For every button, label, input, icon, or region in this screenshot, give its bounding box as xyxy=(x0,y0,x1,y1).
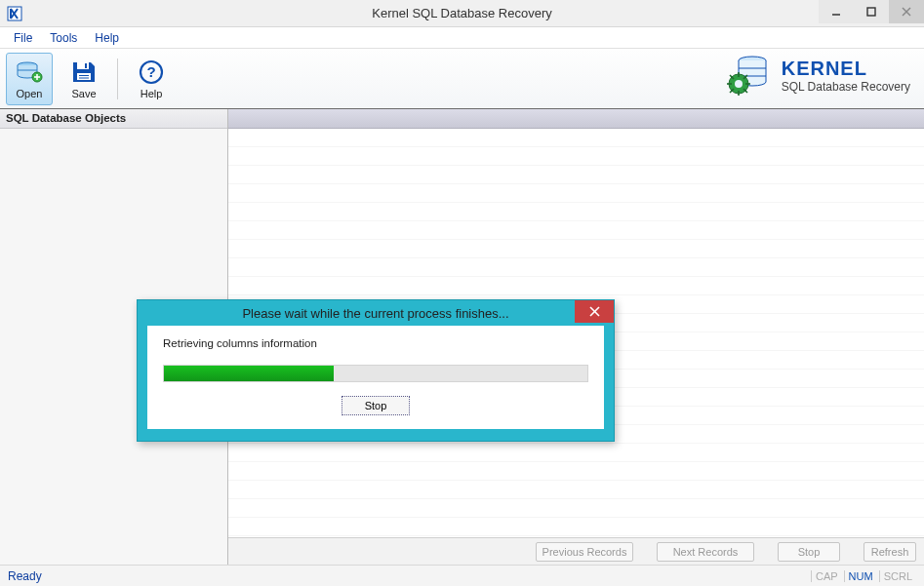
brand-icon xyxy=(725,53,772,98)
svg-rect-12 xyxy=(77,73,91,80)
window-titlebar: Kernel SQL Database Recovery xyxy=(0,0,924,27)
menu-file[interactable]: File xyxy=(8,29,38,47)
status-num: NUM xyxy=(844,570,877,582)
dialog-body: Retrieving columns information Stop xyxy=(147,326,604,429)
svg-point-21 xyxy=(735,80,743,88)
dialog-title-text: Please wait while the current process fi… xyxy=(242,306,508,321)
dialog-message: Retrieving columns information xyxy=(163,337,588,349)
next-records-button[interactable]: Next Records xyxy=(657,542,754,562)
refresh-button[interactable]: Refresh xyxy=(864,542,916,562)
progress-dialog: Please wait while the current process fi… xyxy=(137,299,615,442)
app-icon xyxy=(6,5,23,22)
save-button[interactable]: Save xyxy=(60,53,107,105)
window-title: Kernel SQL Database Recovery xyxy=(0,6,924,20)
status-cap: CAP xyxy=(811,570,842,582)
window-controls xyxy=(819,0,924,27)
records-toolbar: Previous Records Next Records Stop Refre… xyxy=(228,537,924,565)
maximize-button[interactable] xyxy=(854,0,889,23)
minimize-button[interactable] xyxy=(819,0,854,23)
progress-bar xyxy=(163,365,588,382)
previous-records-button[interactable]: Previous Records xyxy=(536,542,633,562)
brand-logo: KERNEL SQL Database Recovery xyxy=(725,53,910,98)
toolbar: Open Save ? Help xyxy=(0,49,924,109)
grid-header xyxy=(228,109,924,129)
help-label: Help xyxy=(141,88,163,99)
brand-name: KERNEL xyxy=(782,58,910,80)
menu-tools[interactable]: Tools xyxy=(44,29,83,47)
stop-records-button[interactable]: Stop xyxy=(778,542,840,562)
dialog-stop-button[interactable]: Stop xyxy=(341,396,410,415)
open-button[interactable]: Open xyxy=(6,53,53,105)
svg-rect-11 xyxy=(85,63,87,68)
status-scrl: SCRL xyxy=(879,570,916,582)
help-icon: ? xyxy=(136,58,167,87)
dialog-close-button[interactable] xyxy=(575,300,614,323)
menu-bar: File Tools Help xyxy=(0,27,924,49)
save-icon xyxy=(68,58,100,87)
svg-rect-10 xyxy=(77,62,89,69)
help-button[interactable]: ? Help xyxy=(128,53,175,105)
status-indicators: CAP NUM SCRL xyxy=(811,570,924,582)
svg-rect-2 xyxy=(867,8,875,16)
toolbar-group-help: ? Help xyxy=(122,49,181,109)
brand-sub: SQL Database Recovery xyxy=(782,80,910,94)
status-bar: Ready CAP NUM SCRL xyxy=(0,565,924,586)
main-body: SQL Database Objects Previous Records Ne… xyxy=(0,109,924,565)
menu-help[interactable]: Help xyxy=(89,29,125,47)
svg-text:?: ? xyxy=(146,63,155,80)
open-icon xyxy=(14,58,45,87)
sidebar-header: SQL Database Objects xyxy=(0,109,227,129)
dialog-titlebar: Please wait while the current process fi… xyxy=(138,300,614,326)
close-button[interactable] xyxy=(889,0,924,23)
status-ready: Ready xyxy=(0,569,811,583)
toolbar-separator xyxy=(117,59,118,99)
toolbar-group-main: Open Save xyxy=(0,49,113,109)
progress-fill xyxy=(164,366,334,381)
open-label: Open xyxy=(17,88,43,99)
save-label: Save xyxy=(71,88,96,99)
